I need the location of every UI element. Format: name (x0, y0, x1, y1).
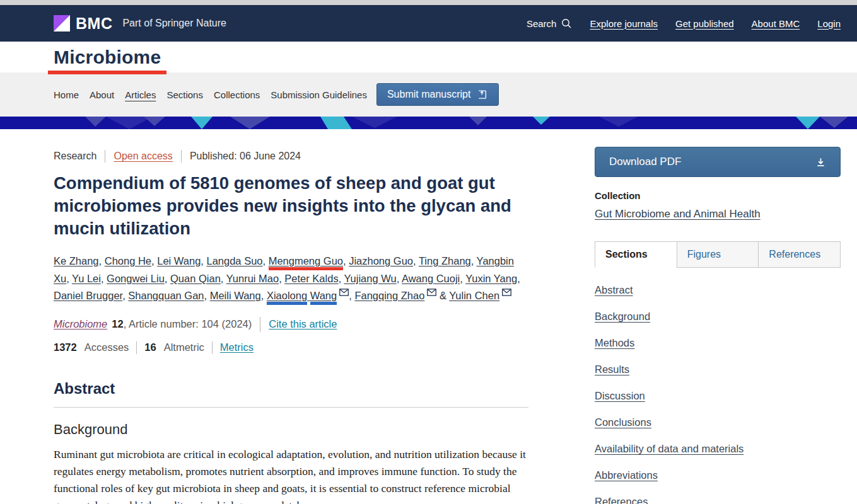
journal-nav-articles[interactable]: Articles (125, 88, 156, 101)
email-icon[interactable] (502, 289, 511, 296)
article-column: Research Open access Published: 06 June … (54, 147, 528, 504)
header-nav: SearchExplore journalsGet publishedAbout… (527, 18, 841, 29)
author-link-fangqing-zhao[interactable]: Fangqing Zhao (354, 290, 424, 301)
author-link-ke-zhang[interactable]: Ke Zhang (54, 255, 99, 266)
author-link-ting-zhang[interactable]: Ting Zhang (419, 255, 471, 266)
download-pdf-button[interactable]: Download PDF (595, 147, 841, 177)
altmetric-count: 16 (144, 341, 156, 353)
article-type: Research (54, 151, 96, 162)
journal-nav-about[interactable]: About (90, 88, 114, 101)
journal-ref-link[interactable]: Microbiome (54, 318, 107, 330)
section-link-abstract[interactable]: Abstract (595, 284, 633, 296)
article-title: Compendium of 5810 genomes of sheep and … (54, 172, 528, 240)
journal-ref-row: Microbiome 12 , Article number: 104 (202… (54, 317, 528, 332)
author-link-mengmeng-guo[interactable]: Mengmeng Guo (269, 255, 343, 270)
sidebar: Download PDF Collection Gut Microbiome a… (595, 147, 841, 504)
journal-volume: 12 (112, 318, 123, 330)
accesses-label: Accesses (85, 341, 129, 353)
header-link-get-published[interactable]: Get published (675, 18, 734, 29)
author-link-xiaolong-wang[interactable]: Xiaolong Wang (267, 290, 337, 305)
journal-nav-links: HomeAboutArticlesSectionsCollectionsSubm… (54, 88, 367, 101)
altmetric-label: Altmetric (164, 341, 204, 353)
article-meta-row: Research Open access Published: 06 June … (54, 150, 528, 163)
author-link-yu-lei[interactable]: Yu Lei (72, 273, 101, 284)
header-link-search[interactable]: Search (527, 18, 573, 29)
metrics-row: 1372 Accesses 16 Altmetric Metrics (54, 341, 528, 354)
journal-nav-submission-guidelines[interactable]: Submission Guidelines (271, 88, 367, 101)
journal-nav-home[interactable]: Home (54, 88, 79, 101)
section-link-conclusions[interactable]: Conclusions (595, 416, 651, 428)
manuscript-upload-icon (477, 89, 488, 100)
background-heading: Background (54, 421, 528, 438)
submit-manuscript-button[interactable]: Submit manuscript (376, 83, 499, 106)
section-link-discussion[interactable]: Discussion (595, 390, 645, 402)
author-link-yunrui-mao[interactable]: Yunrui Mao (226, 273, 279, 284)
bmc-logo-icon (54, 15, 70, 32)
section-link-methods[interactable]: Methods (595, 337, 634, 349)
author-link-peter-kalds[interactable]: Peter Kalds (284, 273, 338, 284)
journal-nav-band: HomeAboutArticlesSectionsCollectionsSubm… (0, 72, 857, 117)
tab-sections[interactable]: Sections (595, 241, 677, 268)
journal-title[interactable]: Microbiome (48, 47, 166, 74)
section-link-abbreviations[interactable]: Abbreviations (595, 469, 658, 481)
accesses-count: 1372 (54, 341, 77, 353)
journal-nav-collections[interactable]: Collections (214, 88, 260, 101)
email-icon[interactable] (427, 289, 436, 296)
author-name-word: Xiaolong (267, 290, 307, 305)
meta-separator (105, 150, 105, 163)
window-top-strip (0, 0, 857, 5)
author-link-chong-he[interactable]: Chong He (105, 255, 151, 266)
author-link-shangquan-gan[interactable]: Shangquan Gan (128, 290, 204, 301)
header-link-login[interactable]: Login (817, 18, 841, 29)
open-access-link[interactable]: Open access (114, 151, 172, 162)
author-link-lei-wang[interactable]: Lei Wang (157, 255, 201, 266)
author-link-jiazhong-guo[interactable]: Jiazhong Guo (349, 255, 413, 266)
meta-separator (181, 150, 182, 163)
author-link-yuxin-yang[interactable]: Yuxin Yang (465, 273, 517, 284)
search-icon (561, 18, 572, 29)
download-pdf-label: Download PDF (609, 156, 681, 168)
collection-link[interactable]: Gut Microbiome and Animal Health (595, 208, 761, 220)
journal-nav-sections[interactable]: Sections (166, 88, 203, 101)
section-link-results[interactable]: Results (595, 364, 629, 375)
site-header: BMC Part of Springer Nature SearchExplor… (0, 5, 857, 42)
tab-figures[interactable]: Figures (677, 241, 759, 268)
published-date: Published: 06 June 2024 (190, 151, 301, 162)
header-link-explore-journals[interactable]: Explore journals (590, 18, 658, 29)
ref-separator (260, 317, 260, 332)
bmc-logo-text: BMC (76, 14, 112, 33)
collection-label: Collection (595, 190, 841, 201)
author-link-meili-wang[interactable]: Meili Wang (210, 290, 261, 301)
bmc-brand[interactable]: BMC Part of Springer Nature (54, 14, 226, 33)
decorative-banner (0, 117, 857, 129)
author-link-daniel-brugger[interactable]: Daniel Brugger (54, 290, 122, 301)
cite-this-article-link[interactable]: Cite this article (269, 318, 337, 330)
author-name-word: Wang (310, 290, 337, 305)
author-link-langda-suo[interactable]: Langda Suo (206, 255, 262, 266)
background-paragraph: Ruminant gut microbiota are critical in … (54, 446, 528, 504)
page-content: Research Open access Published: 06 June … (0, 129, 857, 504)
abstract-divider (54, 407, 528, 408)
author-link-quan-qian[interactable]: Quan Qian (170, 273, 221, 284)
sidebar-tabs: SectionsFiguresReferences (595, 241, 841, 268)
metrics-link[interactable]: Metrics (220, 341, 254, 353)
author-link-yulin-chen[interactable]: Yulin Chen (449, 290, 499, 301)
author-link-gongwei-liu[interactable]: Gongwei Liu (107, 273, 165, 284)
email-icon[interactable] (339, 289, 349, 296)
metrics-separator (212, 341, 213, 354)
section-link-background[interactable]: Background (595, 311, 650, 323)
section-link-availability-of-data-and-materials[interactable]: Availability of data and materials (595, 443, 743, 455)
authors-list: Ke Zhang, Chong He, Lei Wang, Langda Suo… (54, 253, 528, 305)
header-link-about-bmc[interactable]: About BMC (752, 18, 800, 29)
author-link-yujiang-wu[interactable]: Yujiang Wu (344, 273, 397, 284)
author-link-awang-cuoji[interactable]: Awang Cuoji (402, 273, 460, 284)
metrics-separator (136, 341, 137, 354)
section-link-references[interactable]: References (595, 496, 648, 504)
journal-title-band: Microbiome (0, 42, 857, 72)
bmc-tagline: Part of Springer Nature (122, 18, 226, 29)
sidebar-section-links: AbstractBackgroundMethodsResultsDiscussi… (595, 284, 841, 504)
download-icon (815, 157, 826, 168)
abstract-heading: Abstract (54, 380, 528, 398)
submit-manuscript-label: Submit manuscript (387, 89, 471, 100)
tab-references[interactable]: References (758, 241, 841, 268)
